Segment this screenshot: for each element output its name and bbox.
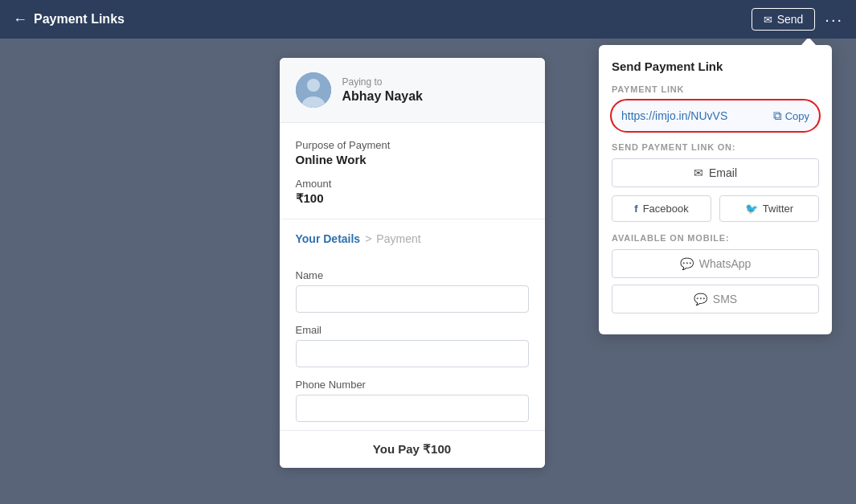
purpose-label: Purpose of Payment	[296, 139, 529, 151]
panel-title: Send Payment Link	[612, 59, 819, 73]
social-share-row: f Facebook 🐦 Twitter	[612, 195, 819, 222]
purpose-value: Online Work	[296, 153, 529, 166]
email-icon: ✉	[694, 166, 703, 179]
phone-field-label: Phone Number	[296, 379, 529, 391]
more-options-button[interactable]: ···	[825, 10, 843, 29]
name-input[interactable]	[296, 285, 529, 313]
send-payment-panel: Send Payment Link PAYMENT LINK https://i…	[599, 45, 832, 334]
header: ← Payment Links ✉ Send ···	[0, 0, 856, 39]
step-payment: Payment	[376, 232, 420, 245]
payment-card: Paying to Abhay Nayak Purpose of Payment…	[280, 58, 545, 468]
send-on-label: SEND PAYMENT LINK ON:	[612, 142, 819, 152]
facebook-share-button[interactable]: f Facebook	[612, 195, 711, 222]
facebook-icon: f	[634, 203, 637, 215]
send-email-icon: ✉	[764, 14, 772, 26]
payment-link-url[interactable]: https://imjo.in/NUvVS	[621, 109, 767, 122]
amount-label: Amount	[296, 178, 529, 190]
phone-input[interactable]	[296, 395, 529, 422]
sms-share-button[interactable]: 💬 SMS	[612, 285, 819, 313]
payee-info: Paying to Abhay Nayak	[342, 76, 424, 104]
step-your-details: Your Details	[296, 232, 361, 245]
link-section-label: PAYMENT LINK	[612, 84, 819, 94]
payment-details: Purpose of Payment Online Work Amount ₹1…	[280, 123, 545, 206]
steps-bar: Your Details > Payment	[280, 219, 545, 258]
pay-footer: You Pay ₹100	[280, 430, 545, 468]
name-field-label: Name	[296, 269, 529, 281]
whatsapp-share-button[interactable]: 💬 WhatsApp	[612, 249, 819, 278]
twitter-icon: 🐦	[745, 203, 758, 215]
link-row: https://imjo.in/NUvVS ⧉ Copy	[612, 100, 819, 131]
header-right: ✉ Send ···	[752, 8, 843, 31]
sms-icon: 💬	[694, 293, 707, 305]
mobile-label: AVAILABLE ON MOBILE:	[612, 233, 819, 243]
avatar	[296, 72, 331, 108]
svg-point-1	[307, 79, 320, 92]
copy-button[interactable]: ⧉ Copy	[773, 109, 809, 123]
page-title: Payment Links	[34, 12, 125, 27]
twitter-share-button[interactable]: 🐦 Twitter	[719, 195, 819, 222]
step-separator: >	[365, 232, 371, 245]
paying-to-label: Paying to	[342, 76, 424, 88]
send-button[interactable]: ✉ Send	[752, 8, 816, 31]
header-left: ← Payment Links	[13, 11, 125, 28]
payee-section: Paying to Abhay Nayak	[280, 58, 545, 123]
email-share-button[interactable]: ✉ Email	[612, 158, 819, 187]
email-input[interactable]	[296, 340, 529, 367]
copy-icon: ⧉	[773, 109, 782, 123]
email-field-label: Email	[296, 324, 529, 336]
amount-value: ₹100	[296, 191, 529, 206]
whatsapp-icon: 💬	[680, 257, 694, 270]
payee-name: Abhay Nayak	[342, 89, 424, 104]
main-content: Paying to Abhay Nayak Purpose of Payment…	[0, 39, 856, 504]
form-section: Name Email Phone Number	[280, 269, 545, 430]
back-arrow-icon[interactable]: ←	[13, 11, 27, 28]
